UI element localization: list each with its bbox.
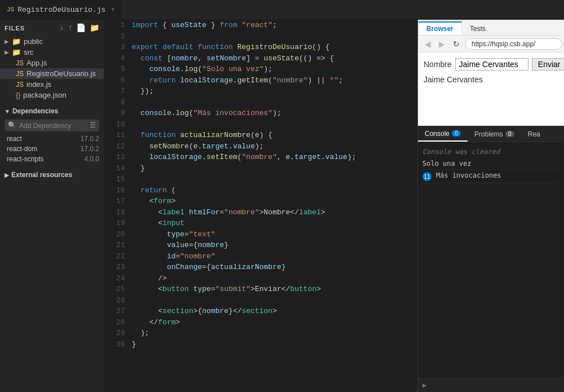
sidebar-item-appjs[interactable]: JS App.js [0,58,104,68]
code-line-12: 12 setNombre(e.target.value); [104,141,417,152]
console-tab-bar: Console 0 Problems 0 Rea [418,126,564,142]
tab-console[interactable]: Console 0 [418,126,468,142]
tab-tests[interactable]: Tests [462,22,493,35]
code-line-13: 13 localStorage.setItem("nombre", e.targ… [104,152,417,163]
sidebar-header-icons: ↓ ↑ 📄 📁 [59,23,99,33]
folder-label-src: src [24,48,33,56]
file-icon-package: {} [16,91,20,99]
code-line-23: 23 onChange={actualizarNombre} [104,262,417,273]
browser-toolbar: ◀ ▶ ↻ [418,36,564,52]
dep-react-version: 17.0.2 [81,135,99,143]
code-line-21: 21 value={nombre} [104,240,417,251]
chevron-right-icon: ▶ [5,38,9,45]
folder-label-public: public [24,37,43,46]
rea-tab-label: Rea [528,130,540,138]
new-file-icon[interactable]: 📄 [76,23,86,33]
file-label-appjs: App.js [27,59,47,67]
console-tab-label: Console [425,130,450,138]
tab-close-button[interactable]: × [111,7,114,13]
code-line-17: 17 <form> [104,196,417,207]
browser-form-row: Nombre Enviar [424,58,558,71]
browser-form-label: Nombre [424,60,452,69]
sidebar-title: Files [5,25,25,32]
browser-section: Browser Tests ◀ ▶ ↻ Nombre Enviar Jaime … [418,20,564,126]
code-editor[interactable]: 1 import { useState } from "react"; 2 3 … [104,20,417,392]
code-line-5: 5 console.log("Solo una vez"); [104,64,417,75]
add-dependency-input[interactable] [19,122,87,130]
sidebar: Files ↓ ↑ 📄 📁 ▶ 📁 public ▶ 📁 src JS App.… [0,20,104,392]
dep-list-icon[interactable]: ☰ [90,121,96,130]
main-layout: Files ↓ ↑ 📄 📁 ▶ 📁 public ▶ 📁 src JS App.… [0,20,564,392]
folder-icon-public: 📁 [12,37,21,46]
browser-form-input[interactable] [455,58,528,71]
code-line-26: 26 [104,295,417,306]
dep-react-scripts: react-scripts 4.0.0 [0,154,104,164]
tab-browser[interactable]: Browser [418,21,462,35]
code-line-14: 14 } [104,163,417,174]
dependencies-header[interactable]: ▼ Dependencies [0,105,104,117]
file-label-package: package.json [23,91,67,99]
console-section: Console 0 Problems 0 Rea Console was cle… [418,126,564,392]
code-line-8: 8 [104,97,417,108]
code-line-15: 15 [104,174,417,185]
back-button[interactable]: ◀ [422,39,433,49]
code-line-9: 9 console.log("Más invocaciones"); [104,108,417,119]
code-line-11: 11 function actualizarNombre(e) { [104,130,417,141]
code-line-22: 22 id="nombre" [104,251,417,262]
problems-badge: 0 [505,131,514,137]
console-log-text-mas: Más invocaciones [436,171,501,179]
url-bar[interactable] [465,38,562,50]
new-folder-icon[interactable]: 📁 [90,23,100,33]
dep-react: react 17.0.2 [0,134,104,144]
file-icon-appjs: JS [16,59,24,67]
sidebar-item-registrodesuario[interactable]: JS RegistroDeUsuario.js [0,68,104,79]
browser-output: Jaime Cervantes [424,75,558,84]
code-line-24: 24 /> [104,273,417,284]
problems-tab-label: Problems [474,130,503,138]
dep-react-scripts-version: 4.0.0 [84,155,99,163]
dependencies-label: Dependencies [12,107,58,115]
code-line-28: 28 </form> [104,317,417,328]
external-resources-header[interactable]: ▶ External resources [0,169,104,181]
code-line-30: 30 } [104,339,417,350]
chevron-ext-icon: ▶ [5,172,9,178]
sort-down-icon[interactable]: ↓ [59,23,64,33]
forward-button[interactable]: ▶ [437,39,447,49]
code-line-20: 20 type="text" [104,229,417,240]
console-prompt-icon: ▶ [422,381,426,390]
code-line-7: 7 }); [104,86,417,97]
add-dependency-search: 🔍 ☰ [5,120,99,131]
code-line-29: 29 ); [104,328,417,339]
console-log-text-solo: Solo una vez [422,160,472,168]
active-tab[interactable]: JS RegistroDeUsuario.js × [0,0,122,19]
browser-content: Nombre Enviar Jaime Cervantes [418,52,564,126]
code-line-6: 6 return localStorage.getItem("nombre") … [104,75,417,86]
tab-rea[interactable]: Rea [521,126,547,142]
tab-file-icon: JS [7,6,14,13]
code-lines: 1 import { useState } from "react"; 2 3 … [104,20,417,350]
code-line-25: 25 <button type="submit">Enviar</button> [104,284,417,295]
chevron-dep-icon: ▼ [5,108,10,114]
sidebar-item-indexjs[interactable]: JS index.js [0,79,104,90]
refresh-button[interactable]: ↻ [451,39,462,49]
console-log-badge-mas: 11 [422,172,431,181]
console-bottom-bar: ▶ [418,378,564,392]
tab-problems[interactable]: Problems 0 [468,126,521,142]
sort-up-icon[interactable]: ↑ [68,23,73,33]
code-line-19: 19 <input [104,218,417,229]
tab-bar: JS RegistroDeUsuario.js × [0,0,564,20]
sidebar-item-src[interactable]: ▶ 📁 src [0,47,104,58]
dependencies-section: ▼ Dependencies 🔍 ☰ react 17.0.2 react-do… [0,105,104,164]
file-icon-registro: JS [16,70,24,78]
sidebar-header: Files ↓ ↑ 📄 📁 [0,20,104,36]
sidebar-item-public[interactable]: ▶ 📁 public [0,36,104,47]
browser-form-submit[interactable]: Enviar [532,58,564,71]
folder-icon-src: 📁 [12,48,21,56]
console-content: Console was cleared Solo una vez 11 Más … [418,142,564,378]
sidebar-item-packagejson[interactable]: {} package.json [0,90,104,100]
code-line-18: 18 <label htmlFor="nombre">Nombre</label… [104,207,417,218]
console-badge: 0 [452,130,461,136]
chevron-right-icon-src: ▶ [5,49,9,55]
tab-label: RegistroDeUsuario.js [17,6,105,14]
file-label-index: index.js [27,80,51,89]
